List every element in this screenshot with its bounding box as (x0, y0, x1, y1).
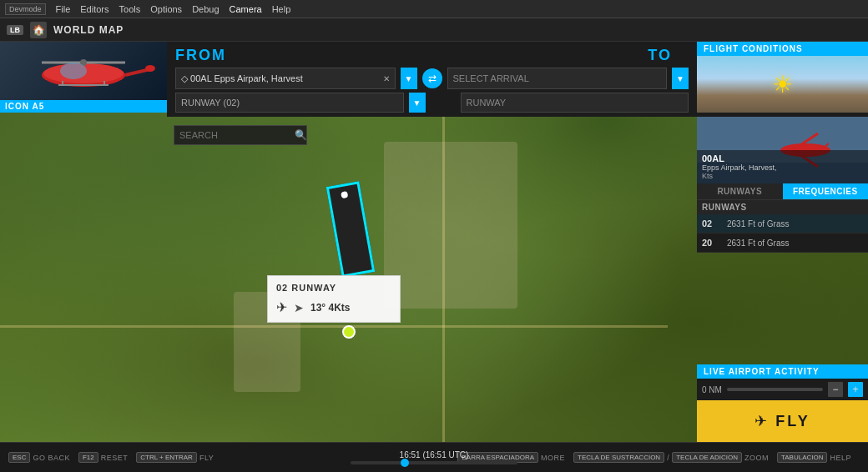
go-back-label: GO BACK (33, 454, 70, 462)
flight-conditions-panel: FLIGHT CONDITIONS ☀ (697, 42, 868, 117)
title-bar: LB 🏠 WORLD MAP (0, 18, 868, 42)
rw-col-num: RUNWAYS (702, 203, 727, 212)
airport-tabs: RUNWAYS FREQUENCIES (697, 183, 868, 200)
page-title: WORLD MAP (53, 24, 124, 36)
menu-options[interactable]: Options (150, 4, 182, 14)
to-label: TO (648, 47, 689, 64)
runway-popup-plane-icon: ✈ (276, 299, 287, 315)
devmode-badge: Devmode (5, 3, 46, 15)
from-airport-value: ◇ 00AL Epps Airpark, Harvest (181, 73, 303, 84)
svg-point-3 (145, 65, 155, 72)
slash-label: / (667, 454, 669, 462)
f12-key[interactable]: F12 (78, 452, 98, 463)
menu-file[interactable]: File (56, 4, 71, 14)
to-dropdown-arrow[interactable]: ▼ (672, 68, 689, 89)
zoom-label: ZOOM (744, 454, 769, 462)
help-label: HELP (830, 454, 851, 462)
menu-editors[interactable]: Editors (80, 4, 108, 14)
from-runway-dropdown[interactable]: ▼ (409, 93, 426, 113)
runway-row: RUNWAY (02) ▼ RUNWAY (175, 93, 689, 113)
time-display: 16:51 (16:51 UTC) (351, 450, 517, 464)
fly-button[interactable]: ✈ FLY (697, 400, 868, 442)
ctrl-entrar-key[interactable]: CTRL + ENTRAR (136, 452, 197, 463)
shortcut-reset: F12 RESET (78, 452, 128, 463)
runway-dot-marker (342, 325, 356, 339)
to-airport-value: SELECT ARRIVAL (453, 73, 529, 83)
reset-label: RESET (101, 454, 129, 462)
time-text: 16:51 (16:51 UTC) (400, 450, 469, 459)
esc-key[interactable]: ESC (8, 452, 30, 463)
main-area: ICON A5 FROM TO ◇ 00AL Epps Airpark, Har… (0, 42, 868, 442)
menu-tools[interactable]: Tools (119, 4, 141, 14)
from-airport-input[interactable]: ◇ 00AL Epps Airpark, Harvest ✕ (175, 68, 396, 89)
weather-sun-icon: ☀ (772, 71, 793, 98)
status-bar: ESC GO BACK F12 RESET CTRL + ENTRAR FLY … (0, 442, 868, 472)
live-activity-slider[interactable] (727, 388, 823, 391)
menu-bar: Devmode File Editors Tools Options Debug… (0, 0, 868, 18)
to-airport-input[interactable]: SELECT ARRIVAL (447, 68, 668, 89)
clear-from-icon[interactable]: ✕ (383, 74, 390, 83)
fly-plane-icon: ✈ (754, 412, 767, 430)
shortcut-fly: CTRL + ENTRAR FLY (136, 452, 214, 463)
runway-popup-wind: 13° 4Kts (310, 302, 351, 314)
to-runway-value: RUNWAY (467, 98, 507, 108)
search-input[interactable] (179, 130, 295, 140)
menu-help[interactable]: Help (272, 4, 291, 14)
svg-point-9 (60, 63, 87, 79)
runway-02-desc: 2631 Ft of Grass (727, 219, 789, 228)
live-activity-minus-button[interactable]: − (828, 382, 843, 397)
runway-row-02[interactable]: 02 2631 Ft of Grass (697, 214, 868, 233)
live-activity-plus-button[interactable]: + (848, 382, 863, 397)
airport-code: 00AL (702, 153, 863, 163)
runway-popup-arrow-icon: ➤ (294, 301, 304, 314)
more-label: MORE (541, 454, 565, 462)
runway-spacer (431, 93, 456, 113)
swap-airports-button[interactable]: ⇄ (422, 68, 442, 88)
shortcut-go-back: ESC GO BACK (8, 452, 70, 463)
menu-debug[interactable]: Debug (192, 4, 219, 14)
fly-shortcut-label: FLY (199, 454, 214, 462)
tab-key[interactable]: TABULACION (777, 452, 828, 463)
runway-popup-title: 02 RUNWAY (276, 283, 391, 293)
live-activity-content: 0 NM − + (697, 379, 868, 400)
runways-table: RUNWAYS 02 2631 Ft of Grass 20 2631 Ft o… (697, 200, 868, 253)
runway-popup-row: ✈ ➤ 13° 4Kts (276, 299, 391, 315)
airport-preview-overlay: 00AL Epps Airpark, Harvest, Kts (697, 150, 868, 183)
tab-runways[interactable]: RUNWAYS (697, 183, 783, 199)
minus-key[interactable]: TECLA DE SUSTRACCION (573, 452, 664, 463)
home-button[interactable]: 🏠 (30, 22, 47, 38)
runway-20-number: 20 (702, 238, 727, 248)
from-dropdown-arrow[interactable]: ▼ (401, 68, 417, 89)
runway-02-number: 02 (702, 218, 727, 228)
airport-kts: Kts (702, 172, 863, 180)
flight-conditions-header: FLIGHT CONDITIONS (697, 42, 868, 56)
plus-key[interactable]: TECLA DE ADICION (672, 452, 742, 463)
search-bar[interactable]: 🔍 (174, 125, 307, 145)
search-icon: 🔍 (295, 129, 307, 141)
to-runway-select[interactable]: RUNWAY (461, 93, 689, 113)
airport-preview-image: 00AL Epps Airpark, Harvest, Kts (697, 117, 868, 183)
lb-badge: LB (7, 25, 23, 35)
runway-20-desc: 2631 Ft of Grass (727, 239, 789, 248)
runway-row-20[interactable]: 20 2631 Ft of Grass (697, 233, 868, 253)
airport-name: Epps Airpark, Harvest, (702, 163, 863, 172)
live-activity-distance: 0 NM (702, 385, 722, 394)
flight-conditions-content[interactable]: ☀ (697, 56, 868, 113)
map-town-area (384, 142, 517, 309)
aircraft-image (0, 42, 167, 100)
from-runway-value: RUNWAY (02) (181, 98, 240, 108)
live-airport-activity-panel: LIVE AIRPORT ACTIVITY 0 NM − + (697, 364, 868, 400)
left-panel: ICON A5 (0, 42, 167, 113)
menu-camera[interactable]: Camera (230, 4, 262, 14)
from-runway-select[interactable]: RUNWAY (02) (175, 93, 404, 113)
shortcut-help: TABULACION HELP (777, 452, 851, 463)
route-inputs: ◇ 00AL Epps Airpark, Harvest ✕ ▼ ⇄ SELEC… (175, 68, 689, 89)
from-to-panel: FROM TO ◇ 00AL Epps Airpark, Harvest ✕ ▼… (167, 42, 697, 117)
airport-info-panel: 00AL Epps Airpark, Harvest, Kts RUNWAYS … (697, 117, 868, 253)
shortcut-zoom: TECLA DE SUSTRACCION / TECLA DE ADICION … (573, 452, 769, 463)
tab-frequencies[interactable]: FREQUENCIES (783, 183, 869, 199)
runways-table-header: RUNWAYS (697, 200, 868, 214)
time-bar[interactable] (351, 461, 517, 464)
from-to-labels: FROM TO (175, 47, 689, 64)
live-activity-header: LIVE AIRPORT ACTIVITY (697, 364, 868, 379)
